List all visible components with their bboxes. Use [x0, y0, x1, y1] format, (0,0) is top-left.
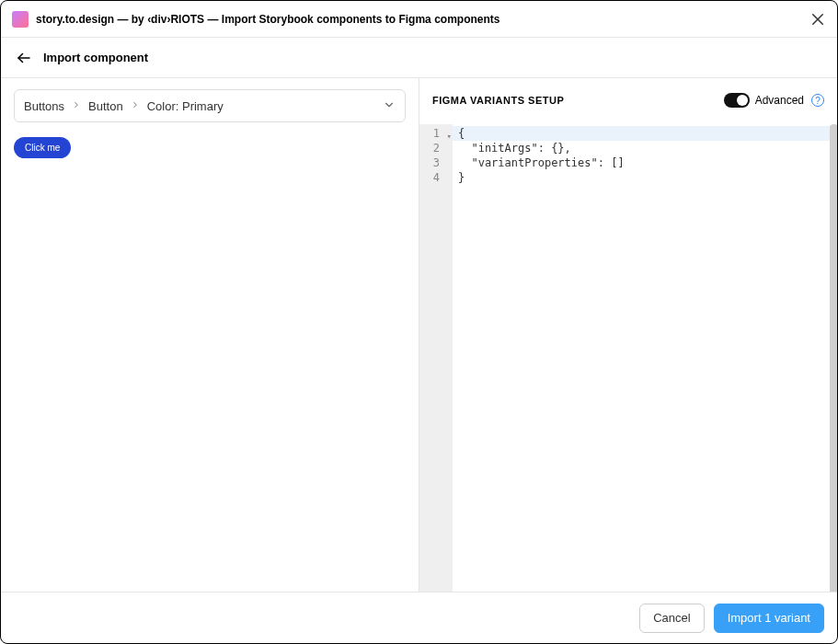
page-title: Import component — [43, 51, 148, 64]
variants-setup-title: FIGMA VARIANTS SETUP — [432, 95, 724, 106]
close-icon[interactable] — [809, 11, 826, 28]
code-line: "variantProperties": [] — [453, 155, 837, 170]
preview-button[interactable]: Click me — [14, 137, 71, 158]
line-number: 1 — [433, 127, 440, 140]
chevron-right-icon — [72, 100, 81, 111]
title-bar: story.to.design — by ‹div›RIOTS — Import… — [1, 1, 837, 38]
app-icon — [12, 11, 29, 28]
cancel-button[interactable]: Cancel — [639, 604, 704, 633]
component-preview: Click me — [14, 137, 406, 158]
help-icon[interactable]: ? — [811, 94, 824, 107]
left-panel: Buttons Button Color: Primary Click me — [1, 78, 419, 592]
component-path-selector[interactable]: Buttons Button Color: Primary — [14, 89, 406, 122]
breadcrumb-item: Buttons — [24, 99, 64, 113]
chevron-right-icon — [131, 100, 140, 111]
advanced-toggle[interactable] — [724, 93, 750, 108]
page-header: Import component — [1, 38, 837, 78]
code-editor[interactable]: 1▾ 2 3 4 { "initArgs": {}, "variantPrope… — [419, 124, 837, 592]
line-number: 4 — [433, 171, 440, 184]
footer: Cancel Import 1 variant — [1, 592, 837, 643]
line-number: 2 — [433, 142, 440, 155]
chevron-down-icon — [383, 98, 396, 114]
editor-content[interactable]: { "initArgs": {}, "variantProperties": [… — [453, 124, 837, 592]
scrollbar-thumb[interactable] — [830, 124, 837, 592]
code-line: "initArgs": {}, — [453, 141, 837, 155]
code-line: } — [453, 170, 837, 185]
code-line: { — [453, 126, 837, 141]
plugin-title: story.to.design — by ‹div›RIOTS — Import… — [36, 13, 809, 26]
editor-gutter: 1▾ 2 3 4 — [419, 124, 453, 592]
breadcrumb-item: Button — [88, 99, 123, 113]
right-panel: FIGMA VARIANTS SETUP Advanced ? 1▾ 2 3 4… — [419, 78, 837, 592]
back-arrow-icon[interactable] — [16, 50, 32, 66]
breadcrumb-item: Color: Primary — [147, 99, 224, 113]
import-button[interactable]: Import 1 variant — [714, 604, 824, 633]
line-number: 3 — [433, 156, 440, 169]
advanced-toggle-label: Advanced — [755, 94, 804, 107]
